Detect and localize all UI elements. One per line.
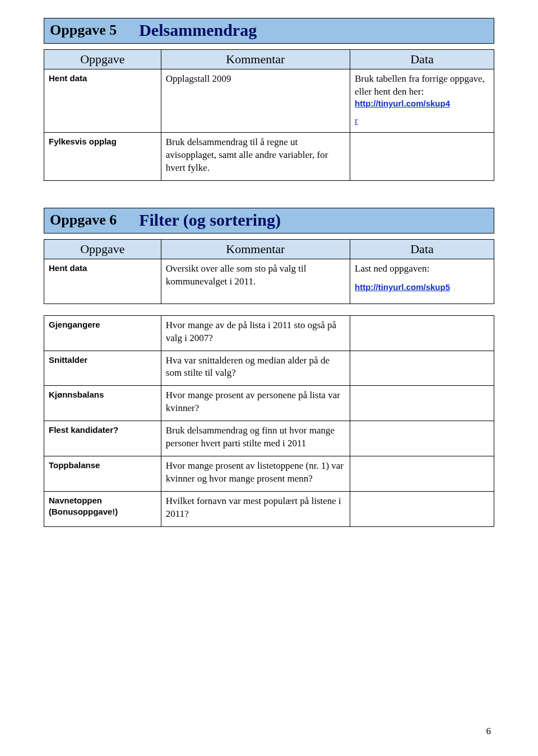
- col-header-kommentar: Kommentar: [161, 50, 350, 69]
- row-label-kjonnsbalans: Kjønnsbalans: [44, 386, 161, 421]
- link-skup5[interactable]: http://tinyurl.com/skup5: [355, 282, 450, 292]
- row-label-snittalder: Snittalder: [44, 351, 161, 386]
- section6-title-bar: Oppgave 6 Filter (og sortering): [44, 208, 494, 234]
- page-number: 6: [486, 726, 491, 737]
- row-data-hent-data: Bruk tabellen fra forrige oppgave, eller…: [350, 69, 494, 133]
- row-label-toppbalanse: Toppbalanse: [44, 456, 161, 492]
- row-label-flest-kandidater: Flest kandidater?: [44, 421, 161, 456]
- row-data-navnetoppen: [350, 492, 494, 527]
- table-row: Navnetoppen (Bonusoppgave!) Hvilket forn…: [44, 492, 494, 527]
- col-header-data: Data: [350, 239, 494, 259]
- section5-number: Oppgave 5: [50, 22, 139, 39]
- row-kom-hent-data: Oversikt over alle som sto på valg til k…: [161, 259, 350, 304]
- link-skup4[interactable]: http://tinyurl.com/skup4: [355, 99, 450, 108]
- row-data-flest-kandidater: [350, 421, 494, 456]
- row-label-navnetoppen: Navnetoppen (Bonusoppgave!): [44, 492, 161, 527]
- table-row: Fylkesvis opplag Bruk delsammendrag til …: [44, 132, 494, 180]
- row-kom-navnetoppen: Hvilket fornavn var mest populært på lis…: [161, 492, 350, 527]
- row-data-hent-data: Last ned oppgaven: http://tinyurl.com/sk…: [350, 259, 494, 304]
- col-header-oppgave: Oppgave: [44, 239, 161, 259]
- row-label-hent-data: Hent data: [44, 69, 161, 133]
- col-header-kommentar: Kommentar: [161, 239, 350, 259]
- section6-number: Oppgave 6: [50, 212, 139, 228]
- table-row: Flest kandidater? Bruk delsammendrag og …: [44, 421, 494, 456]
- row-data-fylkesvis: [350, 132, 494, 180]
- row-data-snittalder: [350, 351, 494, 386]
- table-row: Hent data Oversikt over alle som sto på …: [44, 259, 494, 304]
- table-row: Gjengangere Hvor mange av de på lista i …: [44, 315, 494, 351]
- section6-table-2: Gjengangere Hvor mange av de på lista i …: [44, 315, 494, 527]
- col-header-data: Data: [350, 50, 494, 69]
- data-text: Bruk tabellen fra forrige oppgave, eller…: [355, 73, 489, 99]
- row-kom-kjonnsbalans: Hvor mange prosent av personene på lista…: [161, 386, 350, 421]
- row-data-kjonnsbalans: [350, 386, 494, 421]
- row-kom-hent-data: Opplagstall 2009: [161, 69, 350, 133]
- row-kom-fylkesvis: Bruk delsammendrag til å regne ut avisop…: [161, 132, 350, 180]
- section6-title: Filter (og sortering): [139, 211, 281, 230]
- section5-title: Delsammendrag: [139, 21, 257, 40]
- row-data-toppbalanse: [350, 456, 494, 492]
- row-label-fylkesvis: Fylkesvis opplag: [44, 132, 161, 180]
- section6-table-1: Oppgave Kommentar Data Hent data Oversik…: [44, 239, 494, 304]
- row-kom-toppbalanse: Hvor mange prosent av listetoppene (nr. …: [161, 456, 350, 492]
- row-data-gjengangere: [350, 315, 494, 351]
- row-kom-gjengangere: Hvor mange av de på lista i 2011 sto ogs…: [161, 315, 350, 351]
- table-row: Hent data Opplagstall 2009 Bruk tabellen…: [44, 69, 494, 133]
- link-r[interactable]: r: [355, 115, 358, 126]
- col-header-oppgave: Oppgave: [44, 50, 161, 69]
- data-text: Last ned oppgaven:: [355, 263, 489, 276]
- row-label-hent-data: Hent data: [44, 259, 161, 304]
- table-row: Toppbalanse Hvor mange prosent av listet…: [44, 456, 494, 492]
- section5-table: Oppgave Kommentar Data Hent data Opplags…: [44, 49, 494, 181]
- row-label-gjengangere: Gjengangere: [44, 315, 161, 351]
- table-row: Snittalder Hva var snittalderen og media…: [44, 351, 494, 386]
- table-row: Kjønnsbalans Hvor mange prosent av perso…: [44, 386, 494, 421]
- section5-title-bar: Oppgave 5 Delsammendrag: [44, 18, 494, 44]
- row-kom-snittalder: Hva var snittalderen og median alder på …: [161, 351, 350, 386]
- row-kom-flest-kandidater: Bruk delsammendrag og finn ut hvor mange…: [161, 421, 350, 456]
